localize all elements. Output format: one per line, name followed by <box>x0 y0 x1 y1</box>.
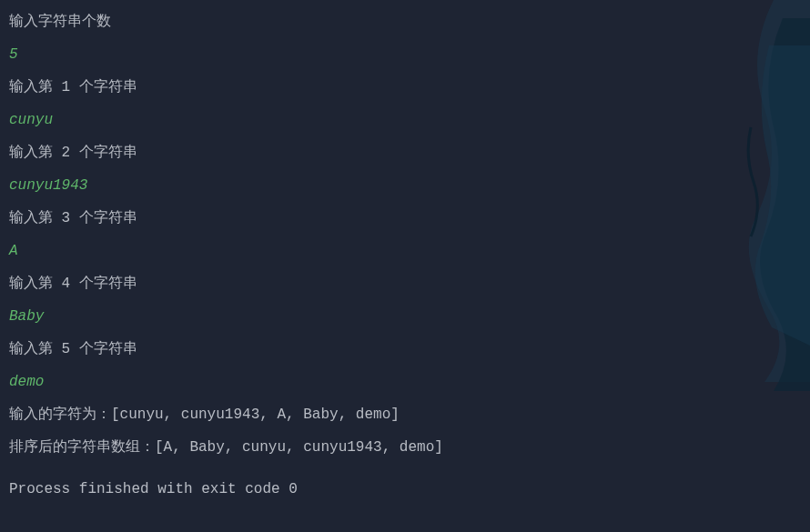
prompt-string-5: 输入第 5 个字符串 <box>9 338 801 360</box>
input-string-3: A <box>9 240 801 262</box>
exit-message: Process finished with exit code 0 <box>9 478 801 500</box>
input-string-4: Baby <box>9 306 801 327</box>
prompt-string-4: 输入第 4 个字符串 <box>9 273 801 295</box>
input-string-2: cunyu1943 <box>9 175 801 196</box>
output-original-array: 输入的字符为：[cunyu, cunyu1943, A, Baby, demo] <box>9 404 801 426</box>
console-output: 输入字符串个数 5 输入第 1 个字符串 cunyu 输入第 2 个字符串 cu… <box>9 11 801 500</box>
input-count: 5 <box>9 44 801 65</box>
prompt-string-3: 输入第 3 个字符串 <box>9 207 801 229</box>
prompt-string-1: 输入第 1 个字符串 <box>9 76 801 98</box>
input-string-5: demo <box>9 371 801 393</box>
prompt-count: 输入字符串个数 <box>9 11 801 33</box>
prompt-string-2: 输入第 2 个字符串 <box>9 142 801 164</box>
output-sorted-array: 排序后的字符串数组：[A, Baby, cunyu, cunyu1943, de… <box>9 437 801 458</box>
input-string-1: cunyu <box>9 109 801 131</box>
